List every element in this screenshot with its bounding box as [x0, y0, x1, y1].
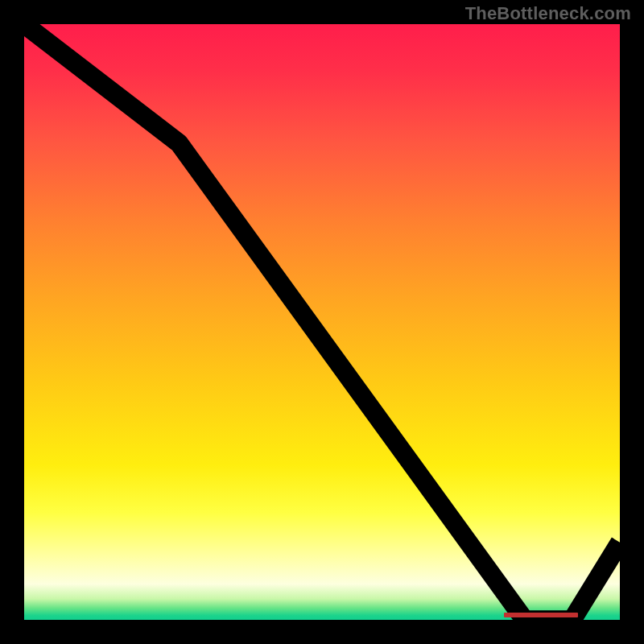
optimal-range-marker [504, 613, 579, 617]
curve-svg [24, 24, 620, 620]
bottleneck-curve [24, 24, 620, 620]
chart-frame: TheBottleneck.com [0, 0, 644, 644]
plot-area [24, 24, 620, 620]
watermark-text: TheBottleneck.com [465, 3, 631, 24]
